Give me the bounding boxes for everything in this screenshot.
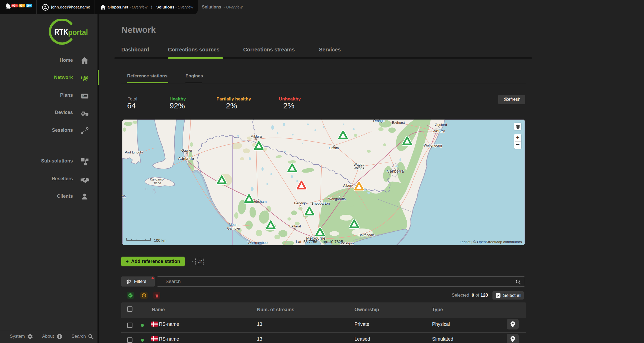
svg-text:Bairnsdale: Bairnsdale	[358, 233, 375, 237]
svg-text:Sydney: Sydney	[431, 129, 445, 133]
svg-text:ton: ton	[122, 194, 126, 198]
svg-text:Kangaroo: Kangaroo	[150, 178, 164, 181]
svg-text:Ballarat: Ballarat	[289, 224, 301, 228]
svg-text:Bendigo: Bendigo	[294, 201, 307, 205]
svg-text:Adelaide: Adelaide	[178, 156, 194, 161]
svg-text:Albury: Albury	[343, 183, 353, 187]
svg-text:Wagga: Wagga	[354, 162, 365, 166]
svg-text:Port Lincoln: Port Lincoln	[125, 150, 143, 154]
svg-text:Mount: Mount	[229, 223, 239, 227]
svg-text:100 km: 100 km	[154, 238, 167, 243]
svg-text:Bathurst: Bathurst	[392, 121, 405, 125]
svg-text:Wollongong: Wollongong	[424, 143, 442, 147]
svg-text:Gambier: Gambier	[227, 226, 241, 230]
svg-text:Lon: 10.7825: Lon: 10.7825	[321, 240, 343, 244]
svg-text:Warrnambool: Warrnambool	[248, 241, 268, 245]
svg-text:Gawler: Gawler	[181, 148, 192, 152]
svg-text:Gosford: Gosford	[435, 123, 447, 127]
svg-text:Shepparton: Shepparton	[311, 201, 330, 205]
svg-text:$: $	[82, 94, 84, 98]
svg-text:Mildura: Mildura	[251, 134, 262, 138]
svg-text:Lat: 53.7756: Lat: 53.7756	[296, 240, 317, 244]
svg-text:Island: Island	[153, 181, 161, 185]
svg-text:Leaflet | © OpenStreetMap cont: Leaflet | © OpenStreetMap contributors	[460, 240, 522, 244]
svg-text:Wangaratta: Wangaratta	[328, 197, 346, 201]
svg-text:Griffith: Griffith	[329, 146, 339, 150]
